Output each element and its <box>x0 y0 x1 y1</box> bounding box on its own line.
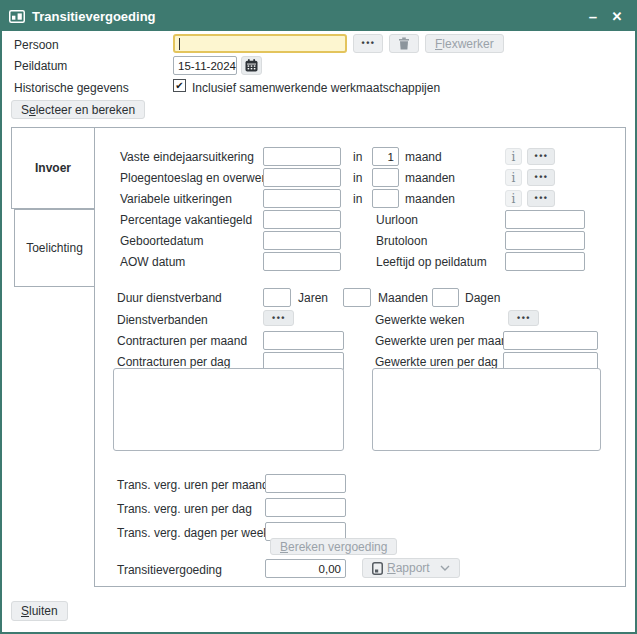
duur-maanden-input[interactable] <box>343 288 371 307</box>
info-button-2[interactable]: i <box>505 169 522 186</box>
leeftijd-op-peildatum-input[interactable] <box>505 252 585 271</box>
flexwerker-button[interactable]: Flexwerker <box>425 34 504 53</box>
inclusief-checkbox[interactable]: ✔ <box>173 79 186 92</box>
dienstverbanden-browse-button[interactable]: ••• <box>263 310 294 326</box>
aow-datum-input[interactable] <box>263 252 341 271</box>
gewerkte-uren-list[interactable] <box>372 368 601 451</box>
percentage-vakantiegeld-label: Percentage vakantiegeld <box>120 213 252 227</box>
bereken-vergoeding-button[interactable]: Bereken vergoeding <box>270 538 397 555</box>
tab-invoer[interactable]: Invoer <box>11 127 95 209</box>
rapport-button[interactable]: Rapport <box>362 558 460 578</box>
ellipsis-icon: ••• <box>534 173 549 182</box>
tab-toelichting-label: Toelichting <box>26 241 83 255</box>
flexwerker-label: lexwerker <box>442 37 493 51</box>
gewerkte-weken-label: Gewerkte weken <box>375 313 464 327</box>
ellipsis-icon: ••• <box>271 314 286 323</box>
sluiten-label-key: S <box>21 604 29 618</box>
inclusief-label: Inclusief samenwerkende werkmaatschappij… <box>192 81 440 95</box>
gewerkte-uren-per-maand-input[interactable] <box>503 331 598 350</box>
persoon-label: Persoon <box>14 38 59 52</box>
uurloon-label: Uurloon <box>376 213 418 227</box>
browse-button-3[interactable]: ••• <box>527 190 555 207</box>
ploegentoeslag-label: Ploegentoeslag en overwerk <box>120 171 271 185</box>
in-label-2: in <box>353 171 362 185</box>
brutoloon-label: Brutoloon <box>376 234 427 248</box>
gewerkte-uren-per-maand-label: Gewerkte uren per maand <box>375 334 514 348</box>
minimize-button[interactable]: – <box>581 2 605 31</box>
rapport-label: apport <box>396 561 430 575</box>
contracturen-per-maand-label: Contracturen per maand <box>117 334 247 348</box>
titlebar: Transitievergoeding – ✕ <box>2 2 635 31</box>
ellipsis-icon: ••• <box>361 39 376 48</box>
trash-icon <box>398 37 410 50</box>
variabele-uitkeringen-label: Variabele uitkeringen <box>120 192 232 206</box>
gewerkte-uren-per-dag-label: Gewerkte uren per dag <box>375 355 498 369</box>
text-caret <box>179 38 180 50</box>
report-document-icon <box>372 562 383 575</box>
trans-verg-uren-per-maand-input[interactable] <box>265 474 346 493</box>
contracturen-per-dag-label: Contracturen per dag <box>117 355 230 369</box>
transitievergoeding-label: Transitievergoeding <box>117 563 222 577</box>
info-button-3[interactable]: i <box>505 190 522 207</box>
selecteer-label: lecteer en bereken <box>36 103 135 117</box>
persoon-delete-button[interactable] <box>389 34 419 53</box>
info-icon: i <box>512 150 516 164</box>
brutoloon-input[interactable] <box>505 231 585 250</box>
contracturen-per-maand-input[interactable] <box>263 331 344 350</box>
checkmark-icon: ✔ <box>175 81 183 91</box>
duur-dagen-input[interactable] <box>432 288 459 307</box>
ellipsis-icon: ••• <box>534 194 549 203</box>
selecteer-label-pre: S <box>21 103 29 117</box>
persoon-input[interactable] <box>173 34 347 53</box>
window-title: Transitievergoeding <box>32 9 156 24</box>
leeftijd-op-peildatum-label: Leeftijd op peildatum <box>376 255 487 269</box>
maand-count-input-2[interactable] <box>372 168 399 187</box>
maand-unit-label-1: maand <box>405 150 442 164</box>
geboortedatum-input[interactable] <box>263 231 341 250</box>
jaren-label: Jaren <box>298 291 328 305</box>
trans-verg-uren-per-maand-label: Trans. verg. uren per maand <box>117 478 269 492</box>
info-icon: i <box>512 171 516 185</box>
vaste-eindejaarsuitkering-input[interactable] <box>263 147 341 166</box>
geboortedatum-label: Geboortedatum <box>120 234 203 248</box>
ellipsis-icon: ••• <box>534 152 549 161</box>
trans-verg-uren-per-dag-input[interactable] <box>265 498 346 517</box>
rapport-label-key: R <box>387 561 396 575</box>
transitievergoeding-input[interactable]: 0,00 <box>265 559 346 578</box>
sluiten-button[interactable]: Sluiten <box>11 601 68 621</box>
in-label-3: in <box>353 192 362 206</box>
peildatum-input[interactable]: 15-11-2024 <box>173 56 237 75</box>
bereken-label-key: B <box>280 540 288 554</box>
browse-button-1[interactable]: ••• <box>527 148 555 165</box>
vaste-eindejaarsuitkering-label: Vaste eindejaarsuitkering <box>120 150 254 164</box>
dagen-label: Dagen <box>465 291 500 305</box>
in-label-1: in <box>353 150 362 164</box>
maand-unit-label-2: maanden <box>405 171 455 185</box>
dienstverbanden-label: Dienstverbanden <box>117 313 208 327</box>
close-button[interactable]: ✕ <box>605 2 629 31</box>
duur-dienstverband-label: Duur dienstverband <box>117 291 222 305</box>
selecteer-en-bereken-button[interactable]: Selecteer en bereken <box>11 100 145 119</box>
persoon-browse-button[interactable]: ••• <box>353 34 383 53</box>
maand-unit-label-3: maanden <box>405 192 455 206</box>
sluiten-label: luiten <box>29 604 58 618</box>
contracturen-list[interactable] <box>113 368 344 451</box>
gewerkte-weken-browse-button[interactable]: ••• <box>508 310 539 326</box>
maanden-label: Maanden <box>378 291 428 305</box>
tab-toelichting[interactable]: Toelichting <box>14 209 95 287</box>
duur-jaren-input[interactable] <box>263 288 291 307</box>
variabele-uitkeringen-input[interactable] <box>263 189 341 208</box>
percentage-vakantiegeld-input[interactable] <box>263 210 341 229</box>
chevron-down-icon <box>440 565 450 571</box>
info-button-1[interactable]: i <box>505 148 522 165</box>
browse-button-2[interactable]: ••• <box>527 169 555 186</box>
aow-datum-label: AOW datum <box>120 255 185 269</box>
uurloon-input[interactable] <box>505 210 585 229</box>
historische-gegevens-label: Historische gegevens <box>14 81 129 95</box>
maand-count-input-3[interactable] <box>372 189 399 208</box>
app-card-icon <box>9 10 25 23</box>
ploegentoeslag-input[interactable] <box>263 168 341 187</box>
calendar-button[interactable] <box>241 56 262 75</box>
maand-count-input-1[interactable]: 1 <box>372 147 399 166</box>
tab-invoer-label: Invoer <box>35 161 71 175</box>
